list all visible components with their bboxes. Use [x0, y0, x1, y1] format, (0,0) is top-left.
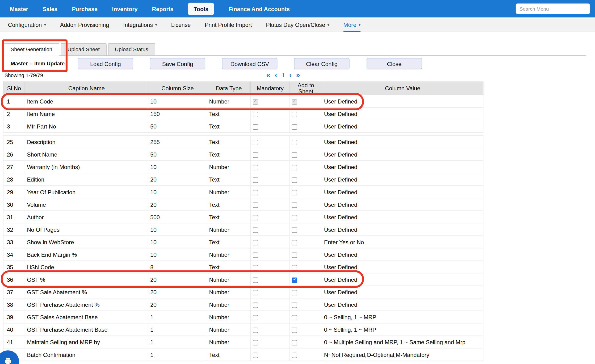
- add-to-sheet-checkbox[interactable]: [292, 302, 297, 308]
- cell-data-type: Number: [207, 161, 251, 173]
- mandatory-checkbox[interactable]: [253, 302, 258, 308]
- cell-sl-no: 1: [3, 95, 25, 107]
- subnav-item-more[interactable]: More▾: [343, 17, 361, 32]
- mandatory-checkbox[interactable]: [253, 290, 258, 295]
- add-to-sheet-checkbox[interactable]: [292, 190, 297, 195]
- add-to-sheet-checkbox[interactable]: [292, 124, 297, 130]
- next-page-button[interactable]: ›: [289, 72, 292, 78]
- subnav-item-license[interactable]: License: [171, 17, 191, 32]
- cell-column-value: User Defined: [322, 186, 483, 198]
- last-page-button[interactable]: »: [296, 72, 300, 78]
- cell-column-value: User Defined: [322, 107, 483, 120]
- mandatory-checkbox[interactable]: [253, 240, 258, 245]
- add-to-sheet-checkbox[interactable]: [292, 315, 297, 320]
- topnav-item-finance-and-accounts[interactable]: Finance And Accounts: [229, 5, 290, 12]
- add-to-sheet-checkbox[interactable]: [292, 328, 297, 333]
- cell-data-type: Text: [207, 136, 251, 148]
- mandatory-checkbox[interactable]: [253, 227, 258, 233]
- subnav-item-plutus-day-open-close[interactable]: Plutus Day Open/Close▾: [266, 17, 329, 32]
- first-page-button[interactable]: «: [266, 72, 270, 78]
- cell-mandatory: [251, 286, 290, 298]
- add-to-sheet-checkbox[interactable]: [292, 165, 297, 170]
- tab-upload-status[interactable]: Upload Status: [108, 43, 155, 55]
- add-to-sheet-checkbox[interactable]: [292, 140, 297, 145]
- cell-column-size: 1: [148, 323, 207, 336]
- tab-upload-sheet[interactable]: Upload Sheet: [61, 43, 106, 55]
- add-to-sheet-checkbox[interactable]: [292, 227, 297, 233]
- header-column-size: Column Size: [148, 82, 207, 95]
- add-to-sheet-checkbox[interactable]: [292, 352, 297, 358]
- cell-mandatory: [251, 148, 290, 161]
- mandatory-checkbox[interactable]: [253, 252, 258, 258]
- cell-mandatory: [251, 120, 290, 133]
- cell-caption-name: GST Sale Abatement %: [25, 286, 148, 298]
- mandatory-checkbox[interactable]: [253, 278, 258, 283]
- add-to-sheet-checkbox[interactable]: [292, 215, 297, 220]
- cell-mandatory: [251, 311, 290, 323]
- mandatory-checkbox[interactable]: [253, 99, 258, 105]
- mandatory-checkbox[interactable]: [253, 177, 258, 183]
- cell-column-value: User Defined: [322, 286, 483, 298]
- cell-column-value: User Defined: [322, 173, 483, 186]
- topnav-item-master[interactable]: Master: [10, 5, 28, 12]
- add-to-sheet-checkbox[interactable]: [292, 177, 297, 183]
- add-to-sheet-checkbox[interactable]: [292, 99, 297, 105]
- add-to-sheet-checkbox[interactable]: [292, 340, 297, 345]
- mandatory-checkbox[interactable]: [253, 124, 258, 130]
- add-to-sheet-checkbox[interactable]: [292, 112, 297, 117]
- table-row: 35HSN Code8TextUser Defined: [3, 261, 483, 273]
- subnav-item-addon-provisioning[interactable]: Addon Provisioning: [60, 17, 109, 32]
- cell-caption-name: GST Sales Abatement Base: [25, 311, 148, 323]
- add-to-sheet-checkbox[interactable]: [292, 278, 297, 283]
- cell-add-to-sheet: [290, 298, 322, 311]
- cell-caption-name: Description: [25, 136, 148, 148]
- topnav-item-inventory[interactable]: Inventory: [112, 5, 138, 12]
- table-row: 41Maintain Selling and MRP by1Number0 ~ …: [3, 336, 483, 348]
- cell-column-size: 10: [148, 236, 207, 248]
- mandatory-checkbox[interactable]: [253, 215, 258, 220]
- cell-data-type: Text: [207, 198, 251, 210]
- add-to-sheet-checkbox[interactable]: [292, 290, 297, 295]
- mandatory-checkbox[interactable]: [253, 315, 258, 320]
- showing-status: Showing 1-79/79: [5, 72, 43, 78]
- subnav-item-print-profile-import[interactable]: Print Profile Import: [205, 17, 252, 32]
- cell-data-type: Number: [207, 323, 251, 336]
- topnav-item-purchase[interactable]: Purchase: [72, 5, 98, 12]
- mandatory-checkbox[interactable]: [253, 112, 258, 117]
- add-to-sheet-checkbox[interactable]: [292, 202, 297, 208]
- table-row: 27Warranty (in Months)10NumberUser Defin…: [3, 161, 483, 173]
- mandatory-checkbox[interactable]: [253, 202, 258, 208]
- cell-column-value: User Defined: [322, 210, 483, 223]
- add-to-sheet-checkbox[interactable]: [292, 152, 297, 158]
- topnav-item-tools[interactable]: Tools: [188, 2, 214, 15]
- cell-mandatory: [251, 261, 290, 273]
- cell-mandatory: [251, 210, 290, 223]
- mandatory-checkbox[interactable]: [253, 352, 258, 358]
- mandatory-checkbox[interactable]: [253, 265, 258, 270]
- topnav-item-reports[interactable]: Reports: [152, 5, 173, 12]
- tab-sheet-generation[interactable]: Sheet Generation: [4, 43, 59, 56]
- subnav-item-integrations[interactable]: Integrations▾: [123, 17, 157, 32]
- mandatory-checkbox[interactable]: [253, 140, 258, 145]
- subnav-item-configuration[interactable]: Configuration▾: [8, 17, 46, 32]
- mandatory-checkbox[interactable]: [253, 165, 258, 170]
- add-to-sheet-checkbox[interactable]: [292, 252, 297, 258]
- clear-config-button[interactable]: Clear Config: [294, 58, 350, 69]
- mandatory-checkbox[interactable]: [253, 152, 258, 158]
- topnav-item-sales[interactable]: Sales: [43, 5, 57, 12]
- chevron-down-icon: ▾: [359, 23, 361, 27]
- prev-page-button[interactable]: ‹: [275, 72, 277, 78]
- add-to-sheet-checkbox[interactable]: [292, 240, 297, 245]
- close-button[interactable]: Close: [367, 58, 422, 69]
- cell-column-size: 20: [148, 198, 207, 210]
- add-to-sheet-checkbox[interactable]: [292, 265, 297, 270]
- cell-data-type: Number: [207, 95, 251, 107]
- mandatory-checkbox[interactable]: [253, 328, 258, 333]
- mandatory-checkbox[interactable]: [253, 190, 258, 195]
- load-config-button[interactable]: Load Config: [78, 58, 133, 69]
- download-csv-button[interactable]: Download CSV: [222, 58, 277, 69]
- save-config-button[interactable]: Save Config: [150, 58, 205, 69]
- mandatory-checkbox[interactable]: [253, 340, 258, 345]
- cell-data-type: Text: [207, 210, 251, 223]
- search-menu-input[interactable]: [516, 3, 590, 14]
